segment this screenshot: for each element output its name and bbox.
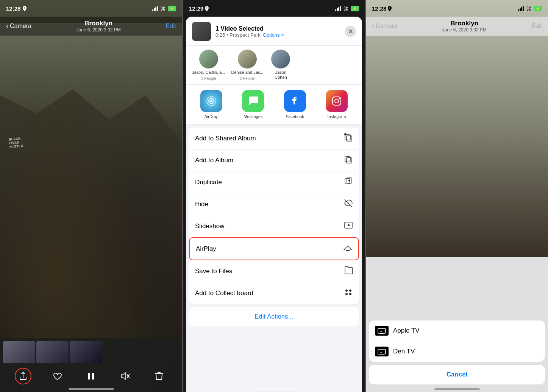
save-files-label: Save to Files <box>195 268 232 275</box>
facebook-svg <box>289 95 301 107</box>
airplay-sheet: tv Apple TV tv Den TV Cancel <box>369 320 545 392</box>
airplay-device-list: tv Apple TV tv Den TV <box>369 320 545 362</box>
facebook-icon <box>284 90 306 112</box>
instagram-svg <box>330 95 343 107</box>
menu-slideshow[interactable]: Slideshow <box>189 215 359 237</box>
delete-button[interactable] <box>151 368 167 384</box>
share-subtitle-row: 0:25 • Prospect Park Options > <box>215 32 340 38</box>
airplay-cancel-button[interactable]: Cancel <box>369 365 545 384</box>
back-button-right[interactable]: ‹ Camera <box>372 22 397 30</box>
menu-airplay[interactable]: AirPlay <box>189 237 359 260</box>
apps-row: AirDrop Messages Facebook <box>186 85 362 124</box>
menu-duplicate[interactable]: Duplicate <box>189 171 359 193</box>
add-shared-album-label: Add to Shared Album <box>195 135 256 142</box>
location-icon-right <box>388 6 392 11</box>
add-album-icon <box>344 155 353 166</box>
wifi-icon-left: ⌘ <box>160 6 165 12</box>
mute-button[interactable] <box>117 368 133 384</box>
thumbnail-strip <box>0 341 182 366</box>
slideshow-svg <box>344 221 353 230</box>
svg-rect-14 <box>345 157 350 162</box>
app-messages[interactable]: Messages <box>232 90 274 119</box>
svg-text:tv: tv <box>380 351 382 353</box>
nav-bar-left: ‹ Camera Brooklyn June 6, 2020 3:32 PM E… <box>0 17 182 36</box>
menu-hide[interactable]: Hide <box>189 193 359 215</box>
phone-panel-left: 12:28 ⌘ ⚡ ‹ Camera Brooklyn June 6, 2020… <box>0 0 182 392</box>
messages-icon <box>242 90 264 112</box>
thumb-1[interactable] <box>3 341 35 363</box>
status-bar-middle: 12:29 ⌘ ⚡ <box>183 0 365 13</box>
svg-rect-10 <box>345 135 350 140</box>
share-sheet: 1 Video Selected 0:25 • Prospect Park Op… <box>186 17 362 392</box>
time-left: 12:28 <box>6 5 20 12</box>
app-airdrop[interactable]: AirDrop <box>190 90 232 119</box>
menu-add-to-album[interactable]: Add to Album <box>189 149 359 171</box>
airplay-device-dentv[interactable]: tv Den TV <box>369 341 545 362</box>
person-3[interactable]: JasonCohen <box>269 50 292 81</box>
svg-point-25 <box>345 289 348 292</box>
wifi-icon-middle: ⌘ <box>343 6 348 12</box>
share-button[interactable] <box>15 368 31 384</box>
home-indicator-right <box>434 388 480 390</box>
thumb-2[interactable] <box>36 341 69 363</box>
app-instagram[interactable]: Instagram <box>316 90 358 119</box>
signal-icon-middle <box>335 6 341 11</box>
share-duration: 0:25 • Prospect Park <box>215 32 261 38</box>
appletv-logo-1: tv <box>377 327 386 334</box>
svg-point-27 <box>345 293 348 295</box>
airplay-device-appletv[interactable]: tv Apple TV <box>369 320 545 341</box>
messages-svg <box>247 95 259 107</box>
menu-collect-board[interactable]: Add to Collect board <box>189 282 359 304</box>
battery-icon-left: ⚡ <box>168 6 176 11</box>
collect-board-icon <box>344 288 353 299</box>
photo-title-left: Brooklyn <box>76 20 120 27</box>
collect-board-label: Add to Collect board <box>195 289 253 297</box>
photo-subtitle-left: June 6, 2020 3:32 PM <box>76 27 120 33</box>
phone-panel-right: 12:28 ⌘ ⚡ ‹ Camera Brooklyn June 6, 2020… <box>366 0 548 392</box>
back-button-left[interactable]: ‹ Camera <box>6 22 31 30</box>
share-close-button[interactable]: ✕ <box>345 26 356 37</box>
time-right: 12:28 <box>372 5 386 12</box>
duplicate-label: Duplicate <box>195 179 222 186</box>
pause-button[interactable] <box>83 368 99 384</box>
share-icon <box>19 372 27 380</box>
home-indicator-middle <box>251 388 297 390</box>
edit-button-left[interactable]: Edit <box>165 23 176 30</box>
app-facebook[interactable]: Facebook <box>274 90 316 119</box>
slideshow-icon <box>344 221 353 232</box>
dentv-logo: tv <box>377 348 386 355</box>
trash-icon <box>155 372 163 381</box>
airplay-icon <box>343 243 352 254</box>
svg-point-8 <box>335 99 339 103</box>
svg-point-26 <box>349 289 351 292</box>
share-options-button[interactable]: Options > <box>263 32 284 38</box>
menu-add-shared-album[interactable]: Add to Shared Album + <box>189 128 359 149</box>
like-button[interactable] <box>49 368 66 384</box>
svg-rect-1 <box>92 373 94 380</box>
duplicate-svg <box>344 177 353 186</box>
mute-icon <box>120 372 130 381</box>
title-area-left: Brooklyn June 6, 2020 3:32 PM <box>76 20 120 33</box>
person-2[interactable]: Denise and Jas... 2 People <box>231 50 263 81</box>
edit-button-right: Edit <box>531 23 542 30</box>
appletv-icon-1: tv <box>375 326 389 336</box>
share-thumb <box>192 22 211 41</box>
hide-icon <box>344 199 353 210</box>
pause-icon <box>87 372 95 381</box>
share-header-info: 1 Video Selected 0:25 • Prospect Park Op… <box>215 25 340 38</box>
phone-panel-middle: 12:29 ⌘ ⚡ 1 Video Selected 0:25 • Prospe… <box>183 0 365 392</box>
save-files-icon <box>344 266 353 277</box>
location-icon-middle <box>205 6 209 11</box>
crowd-photo-left: BLACKLIVESMATTER <box>0 0 182 392</box>
title-area-right: Brooklyn June 6, 2020 3:32 PM <box>442 20 486 33</box>
photo-subtitle-right: June 6, 2020 3:32 PM <box>442 27 486 33</box>
airplay-svg <box>343 243 352 252</box>
crowd-photo-right <box>366 0 548 257</box>
edit-actions-button[interactable]: Edit Actions... <box>189 307 359 327</box>
battery-icon-middle: ⚡ <box>351 6 359 11</box>
thumb-3[interactable] <box>70 341 102 363</box>
menu-save-files[interactable]: Save to Files <box>189 260 359 282</box>
person-1[interactable]: Jason, Caitlin, a... 3 People <box>192 50 225 81</box>
collect-svg <box>344 288 353 297</box>
nav-bar-right: ‹ Camera Brooklyn June 6, 2020 3:32 PM E… <box>366 17 548 36</box>
